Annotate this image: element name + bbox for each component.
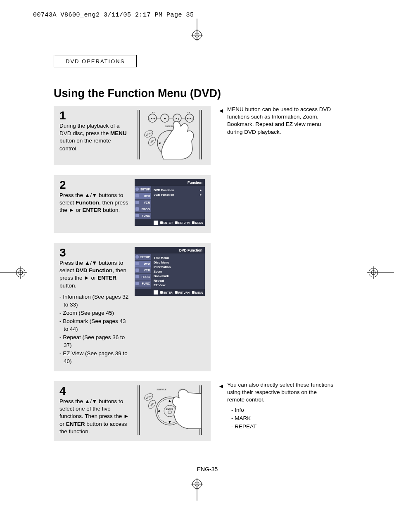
step-number: 1 (59, 110, 130, 121)
registration-mark-icon (183, 477, 211, 501)
arrow-left-icon: ◄ (218, 107, 224, 115)
remote-illustration: |◄◄ ■ ►|| ►►| SUBTITLE MENU (135, 110, 205, 159)
svg-rect-58 (168, 411, 171, 413)
svg-text:▲: ▲ (168, 399, 172, 403)
prepress-header: 00743A V8600_eng2 3/11/05 2:17 PM Page 3… (0, 0, 394, 19)
svg-text:◄: ◄ (158, 141, 161, 145)
svg-text:►||: ►|| (175, 117, 179, 120)
svg-text:SUBTITLE: SUBTITLE (157, 388, 167, 391)
svg-point-31 (189, 112, 190, 113)
side-note-2: ◄ You can also directly select these fun… (219, 381, 335, 431)
osd-screenshot: Function SETUP DVD VCR PROG FUNC DVD Fun… (135, 179, 205, 226)
arrow-left-icon: ◄ (218, 382, 224, 390)
svg-text:|◄◄: |◄◄ (150, 117, 155, 120)
svg-text:SEL: SEL (150, 402, 154, 406)
page-title: Using the Function Menu (DVD) (54, 87, 361, 100)
step-3: 3 Press the ▲/▼ buttons to select DVD Fu… (54, 243, 211, 371)
svg-point-29 (154, 112, 154, 113)
svg-text:SEL: SEL (150, 139, 154, 143)
side-note-1: ◄ MENU button can be used to access DVD … (219, 106, 335, 136)
crop-mark-top (0, 19, 394, 43)
svg-text:■: ■ (164, 117, 166, 120)
page-number: ENG-35 (54, 466, 361, 473)
svg-text:◄: ◄ (157, 409, 161, 413)
svg-point-28 (152, 112, 153, 113)
svg-point-30 (188, 112, 188, 113)
step-2: 2 Press the ▲/▼ buttons to select Functi… (54, 175, 211, 233)
step-number: 2 (59, 179, 130, 191)
step-4: 4 Press the ▲/▼ buttons to select one of… (54, 381, 211, 441)
step-number: 4 (59, 385, 130, 397)
step-3-sublist: - Information (See pages 32 to 33) - Zoo… (59, 293, 130, 366)
registration-mark-icon (183, 19, 211, 43)
svg-text:▼: ▼ (168, 420, 172, 424)
step-number: 3 (59, 247, 130, 259)
step-1: 1 During the playback of a DVD disc, pre… (54, 106, 211, 165)
remote-illustration: SUBTITLE INFO MENU SEL RET ENTER ◄ ▲ (135, 385, 205, 435)
svg-text:►►|: ►►| (187, 117, 192, 120)
crop-mark-bottom (0, 477, 394, 501)
section-label: DVD OPERATIONS (54, 55, 137, 67)
osd-screenshot: DVD Function SETUP DVD VCR PROG FUNC Tit… (135, 247, 205, 296)
svg-text:ENTER: ENTER (166, 408, 173, 411)
